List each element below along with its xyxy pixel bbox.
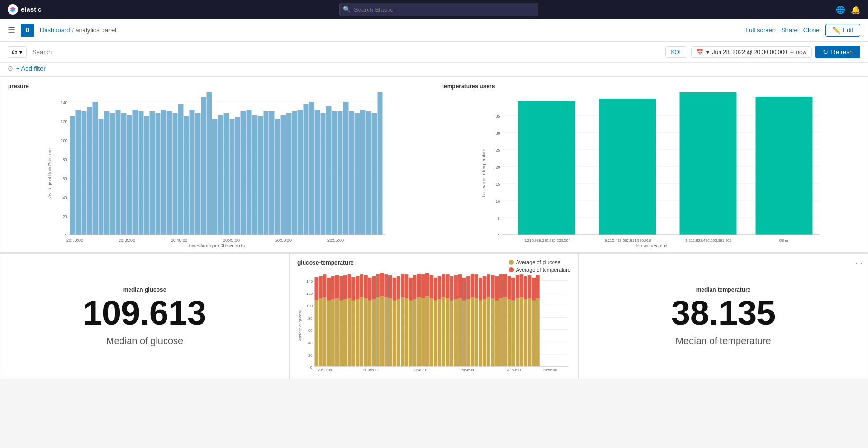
svg-rect-133: [331, 276, 335, 299]
temperatures-users-title: temperatures users: [442, 83, 860, 90]
edit-button[interactable]: ✏️ Edit: [825, 24, 860, 37]
svg-rect-47: [230, 119, 235, 235]
svg-rect-224: [519, 297, 523, 366]
svg-text:0: 0: [310, 366, 312, 370]
svg-rect-199: [466, 276, 470, 299]
svg-rect-230: [532, 301, 536, 366]
svg-rect-49: [241, 111, 246, 235]
search-filter-input[interactable]: [30, 46, 662, 57]
svg-rect-101: [756, 97, 813, 235]
svg-rect-66: [338, 111, 343, 235]
temperatures-users-panel: temperatures users Last value of tempera…: [434, 77, 868, 253]
elastic-logo[interactable]: elastic: [8, 4, 42, 15]
svg-rect-56: [281, 115, 286, 235]
globe-icon[interactable]: 🌐: [836, 5, 845, 14]
breadcrumb-separator: /: [72, 27, 74, 34]
svg-rect-155: [376, 274, 380, 297]
temperatures-users-chart: Last value of temperature 0 5 10 15 20 2…: [442, 92, 860, 248]
svg-rect-197: [462, 278, 466, 301]
svg-text:25: 25: [496, 148, 500, 153]
svg-rect-228: [528, 298, 532, 366]
median-temperature-options[interactable]: ⋯: [855, 258, 863, 267]
svg-rect-31: [139, 111, 144, 235]
svg-rect-72: [372, 113, 377, 235]
svg-rect-100: [680, 92, 737, 235]
svg-rect-211: [491, 275, 495, 298]
svg-text:35: 35: [496, 114, 500, 119]
svg-rect-169: [405, 274, 409, 298]
svg-rect-25: [104, 111, 110, 235]
fullscreen-button[interactable]: Full screen: [745, 27, 776, 34]
refresh-button[interactable]: ↻ Refresh: [815, 46, 860, 58]
bottom-row: median glucose 109.613 Median of glucose…: [0, 253, 868, 379]
median-glucose-title: median glucose: [123, 286, 166, 293]
svg-rect-139: [343, 275, 347, 299]
svg-rect-135: [335, 275, 339, 298]
median-temperature-panel: median temperature ⋯ 38.135 Median of te…: [579, 253, 868, 379]
svg-text:0: 0: [498, 233, 500, 238]
svg-rect-216: [503, 297, 507, 366]
top-nav-icons: 🌐 🔔: [836, 5, 860, 14]
top-search-area: 🔍: [47, 3, 830, 16]
svg-rect-138: [343, 299, 347, 366]
svg-text:20: 20: [496, 165, 500, 170]
svg-rect-159: [384, 274, 388, 297]
presure-svg: Average of bloodPressure 0 20 40 60 80 1…: [8, 92, 426, 244]
svg-rect-168: [405, 298, 409, 366]
svg-rect-156: [380, 296, 384, 366]
svg-rect-19: [70, 116, 75, 235]
share-button[interactable]: Share: [781, 27, 798, 34]
filter-type-selector[interactable]: 🗂 ▾: [8, 46, 27, 58]
svg-rect-33: [150, 111, 155, 235]
svg-rect-152: [372, 299, 376, 366]
svg-text:10: 10: [496, 199, 500, 204]
svg-rect-137: [339, 276, 343, 301]
svg-text:80: 80: [63, 157, 67, 162]
svg-rect-44: [212, 119, 218, 235]
svg-rect-64: [326, 106, 332, 235]
svg-text:20:35:00: 20:35:00: [363, 368, 378, 372]
median-glucose-value: 109.613: [83, 296, 206, 330]
svg-rect-145: [356, 276, 360, 299]
svg-rect-187: [442, 274, 445, 297]
svg-text:80: 80: [308, 316, 313, 320]
presure-panel: presure Average of bloodPressure 0 20 40…: [0, 77, 434, 253]
svg-rect-205: [479, 278, 482, 301]
svg-rect-65: [332, 111, 337, 235]
bell-icon[interactable]: 🔔: [851, 5, 860, 14]
kql-button[interactable]: KQL: [665, 46, 687, 58]
svg-rect-46: [224, 113, 229, 235]
clone-button[interactable]: Clone: [803, 27, 820, 34]
hamburger-menu[interactable]: ☰: [8, 25, 15, 36]
svg-rect-45: [218, 115, 223, 235]
svg-rect-192: [454, 299, 458, 366]
elastic-label: elastic: [21, 6, 42, 13]
svg-rect-207: [483, 276, 487, 299]
calendar-icon: 📅: [696, 49, 703, 55]
breadcrumb-dashboard[interactable]: Dashboard: [40, 27, 70, 34]
svg-rect-180: [429, 298, 433, 366]
svg-rect-29: [127, 115, 132, 235]
svg-text:30: 30: [496, 131, 500, 136]
svg-rect-55: [275, 119, 280, 235]
svg-text:20: 20: [63, 214, 67, 219]
add-filter-button[interactable]: + Add filter: [16, 65, 46, 72]
legend-glucose: Average of glucose: [509, 259, 571, 265]
svg-rect-69: [355, 113, 360, 235]
svg-rect-193: [454, 275, 458, 299]
svg-rect-98: [518, 101, 575, 235]
svg-point-1: [10, 9, 15, 12]
svg-rect-40: [190, 110, 195, 235]
svg-text:60: 60: [308, 329, 313, 333]
svg-rect-217: [503, 274, 507, 297]
svg-rect-71: [366, 111, 371, 235]
svg-rect-142: [351, 301, 355, 366]
global-search-input[interactable]: [339, 3, 538, 16]
time-picker[interactable]: 📅 ▾ Jun 28, 2022 @ 20:30:00.000 → now: [691, 46, 812, 58]
svg-rect-179: [425, 273, 429, 296]
svg-text:Last value of temperature: Last value of temperature: [481, 149, 486, 197]
pencil-icon: ✏️: [832, 27, 840, 34]
svg-rect-141: [348, 274, 351, 298]
svg-rect-41: [195, 113, 201, 235]
svg-text:140: 140: [306, 279, 313, 283]
